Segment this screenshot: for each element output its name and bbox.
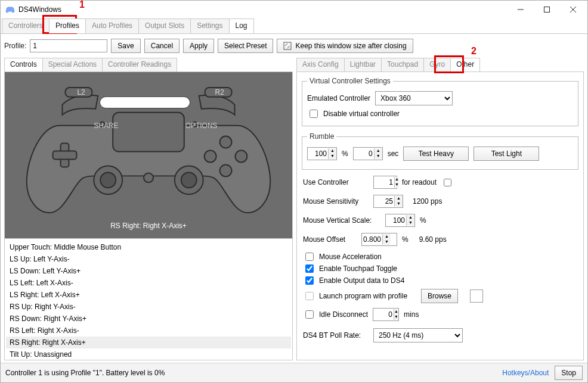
mapping-list[interactable]: Upper Touch: Middle Mouse Button LS Up: …: [5, 239, 292, 360]
emulated-controller-select[interactable]: Xbox 360: [375, 91, 453, 105]
svg-point-13: [220, 136, 232, 148]
cancel-button[interactable]: Cancel: [144, 39, 180, 53]
poll-rate-select[interactable]: 250 Hz (4 ms): [373, 328, 463, 342]
tab-settings[interactable]: Settings: [190, 18, 229, 33]
mouse-sensitivity-stepper[interactable]: ▲▼: [373, 195, 403, 208]
profile-name-input[interactable]: [30, 39, 107, 52]
annotation-2: 2: [471, 46, 476, 57]
svg-point-14: [235, 151, 247, 163]
svg-rect-12: [53, 151, 77, 160]
right-subtab-bar: Axis Config Lightbar Touchpad Gyro Other: [296, 58, 584, 72]
svg-point-15: [205, 151, 216, 163]
subtab-controller-readings[interactable]: Controller Readings: [102, 58, 177, 71]
mapping-row[interactable]: LS Down: Left Y-Axis+: [6, 265, 291, 277]
mapping-row[interactable]: RS Up: Right Y-Axis-: [6, 301, 291, 313]
app-logo: [5, 5, 15, 14]
save-button[interactable]: Save: [111, 39, 140, 53]
mapping-row[interactable]: RS Left: Right X-Axis-: [6, 325, 291, 337]
poll-rate-label: DS4 BT Poll Rate:: [303, 331, 369, 340]
svg-rect-17: [113, 113, 184, 152]
idle-disconnect-checkbox[interactable]: Idle Disconnect: [303, 309, 368, 320]
emulated-controller-label: Emulated Controller: [307, 94, 370, 102]
readout-checkbox[interactable]: [444, 179, 451, 186]
lightbar-icon: [100, 97, 190, 108]
rumble-percent-stepper[interactable]: ▲▼: [307, 147, 337, 160]
mouse-offset-stepper[interactable]: ▲▼: [361, 233, 397, 246]
app-title: DS4Windows: [18, 5, 61, 14]
mapping-row[interactable]: RS Down: Right Y-Axis+: [6, 313, 291, 325]
svg-point-10: [181, 172, 197, 188]
svg-rect-1: [544, 7, 550, 13]
use-controller-stepper[interactable]: ▲▼: [373, 176, 397, 189]
hotkeys-about-link[interactable]: Hotkeys/About: [502, 369, 549, 377]
status-text: Controller 1 is using Profile "1". Batte…: [5, 369, 165, 377]
rumble-sec-stepper[interactable]: ▲▼: [353, 147, 383, 160]
output-ds4-checkbox[interactable]: Enable Output data to DS4: [303, 275, 577, 287]
subtab-axis-config[interactable]: Axis Config: [296, 58, 345, 71]
svg-point-20: [144, 173, 153, 182]
window-minimize-button[interactable]: [507, 1, 534, 18]
mouse-sensitivity-label: Mouse Sensitivity: [303, 197, 369, 205]
window-close-button[interactable]: [560, 1, 586, 18]
svg-text:SHARE: SHARE: [94, 122, 118, 130]
select-preset-button[interactable]: Select Preset: [218, 39, 273, 53]
controller-preview[interactable]: L2 R2 SHARE OPTIONS RS Right: Right X-Ax…: [5, 72, 292, 239]
svg-line-5: [285, 43, 287, 46]
keep-window-size-toggle[interactable]: Keep this window size after closing: [277, 39, 413, 53]
subtab-controls[interactable]: Controls: [4, 58, 43, 71]
use-controller-label: Use Controller: [303, 178, 369, 186]
apply-button[interactable]: Apply: [183, 39, 214, 53]
annotation-1: 1: [79, 0, 85, 10]
virtual-controller-group: Virtual Controller Settings Emulated Con…: [302, 77, 578, 126]
mouse-offset-label: Mouse Offset: [303, 235, 357, 244]
touchpad-toggle-checkbox[interactable]: Enable Touchpad Toggle: [303, 263, 577, 275]
mapping-row[interactable]: RS Right: Right X-Axis+: [6, 337, 291, 348]
profile-label: Profile:: [4, 42, 26, 50]
mouse-vscale-label: Mouse Vertical Scale:: [303, 216, 380, 225]
rumble-group: Rumble ▲▼ % ▲▼ sec Test Heavy Test Light: [302, 132, 578, 170]
svg-point-8: [100, 172, 116, 188]
window-maximize-button[interactable]: [534, 1, 560, 18]
mouse-accel-checkbox[interactable]: Mouse Acceleration: [303, 251, 577, 263]
launch-icon-preview: [470, 289, 483, 303]
mapping-row[interactable]: LS Up: Left Y-Axis-: [6, 253, 291, 265]
svg-text:R2: R2: [215, 88, 225, 96]
tab-output-slots[interactable]: Output Slots: [138, 18, 191, 33]
svg-text:OPTIONS: OPTIONS: [185, 122, 218, 130]
subtab-lightbar[interactable]: Lightbar: [344, 58, 382, 71]
mouse-vscale-stepper[interactable]: ▲▼: [385, 214, 415, 227]
subtab-gyro[interactable]: Gyro: [423, 58, 451, 71]
subtab-other[interactable]: Other: [450, 58, 480, 71]
mapping-row[interactable]: LS Left: Left X-Axis-: [6, 277, 291, 289]
browse-button[interactable]: Browse: [421, 289, 458, 303]
svg-point-16: [220, 164, 232, 176]
left-subtab-bar: Controls Special Actions Controller Read…: [4, 58, 293, 72]
mapping-row[interactable]: LS Right: Left X-Axis+: [6, 289, 291, 301]
mapping-row[interactable]: Tilt Up: Unassigned: [6, 348, 291, 360]
svg-text:L2: L2: [77, 88, 85, 96]
svg-line-6: [287, 46, 290, 48]
main-tab-bar: Controllers Profiles Auto Profiles Outpu…: [1, 18, 587, 34]
tab-log[interactable]: Log: [229, 18, 254, 33]
test-light-button[interactable]: Test Light: [474, 147, 539, 161]
svg-rect-4: [284, 42, 291, 49]
tab-profiles[interactable]: Profiles: [49, 18, 86, 33]
test-heavy-button[interactable]: Test Heavy: [403, 147, 469, 161]
preview-caption: RS Right: Right X-Axis+: [110, 222, 187, 230]
launch-program-checkbox[interactable]: Launch program with profile: [303, 290, 416, 302]
mapping-row[interactable]: Upper Touch: Middle Mouse Button: [6, 241, 291, 253]
tab-controllers[interactable]: Controllers: [2, 18, 49, 33]
disable-virtual-checkbox[interactable]: Disable virtual controller: [307, 108, 573, 120]
subtab-special-actions[interactable]: Special Actions: [42, 58, 103, 71]
idle-minutes-stepper[interactable]: ▲▼: [373, 308, 399, 321]
stop-button[interactable]: Stop: [555, 366, 583, 380]
subtab-touchpad[interactable]: Touchpad: [381, 58, 424, 71]
tab-auto-profiles[interactable]: Auto Profiles: [85, 18, 139, 33]
